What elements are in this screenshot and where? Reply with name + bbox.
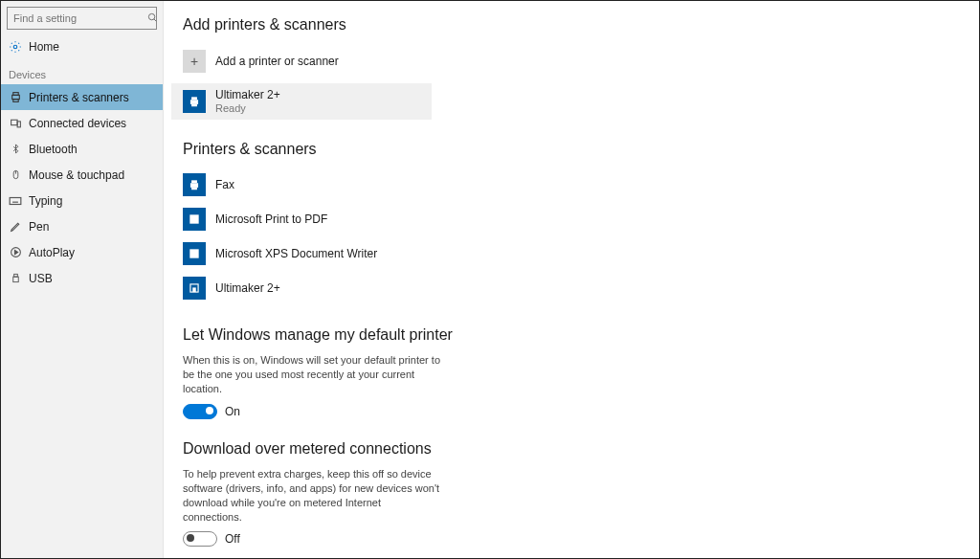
search-input[interactable] [11, 11, 147, 25]
printer-row[interactable]: Fax [183, 168, 960, 202]
svg-marker-17 [14, 250, 17, 254]
default-section-title: Let Windows manage my default printer [183, 326, 960, 344]
autoplay-icon [9, 246, 22, 259]
printer-row[interactable]: Microsoft Print to PDF [183, 202, 960, 236]
printer-name: Microsoft Print to PDF [215, 212, 327, 226]
mouse-icon [9, 168, 22, 182]
sidebar-item-label: Typing [29, 194, 62, 208]
sidebar-item-label: Pen [29, 220, 49, 234]
main-content[interactable]: Add printers & scanners + Add a printer … [164, 1, 979, 558]
sidebar-item-mouse[interactable]: Mouse & touchpad [1, 162, 163, 188]
svg-rect-19 [12, 277, 18, 282]
svg-rect-24 [191, 181, 197, 184]
metered-toggle-row: Off [183, 531, 960, 547]
svg-rect-20 [190, 100, 198, 104]
metered-toggle[interactable] [183, 531, 217, 547]
default-section-desc: When this is on, Windows will set your d… [183, 353, 441, 396]
printer-icon [183, 208, 206, 231]
svg-rect-10 [10, 197, 21, 204]
sidebar-item-label: AutoPlay [29, 246, 75, 259]
sidebar-home[interactable]: Home [1, 34, 163, 59]
svg-rect-25 [191, 188, 197, 190]
metered-section-desc: To help prevent extra charges, keep this… [183, 467, 441, 524]
printer-icon [183, 173, 206, 196]
sidebar-item-printers[interactable]: Printers & scanners [1, 84, 163, 110]
svg-rect-22 [191, 104, 197, 106]
svg-rect-21 [191, 98, 197, 101]
sidebar-item-label: Connected devices [29, 117, 126, 130]
found-device-text: Ultimaker 2+ Ready [215, 89, 280, 114]
sidebar-item-autoplay[interactable]: AutoPlay [1, 239, 163, 265]
metered-toggle-label: Off [225, 532, 240, 546]
svg-rect-3 [11, 95, 19, 99]
sidebar: Home Devices Printers & scanners Connect… [1, 1, 164, 558]
printer-icon [9, 91, 22, 104]
svg-rect-4 [12, 93, 17, 96]
printer-icon [183, 277, 206, 300]
sidebar-item-typing[interactable]: Typing [1, 188, 163, 213]
sidebar-item-bluetooth[interactable]: Bluetooth [1, 136, 163, 162]
sidebar-item-label: Mouse & touchpad [29, 168, 124, 182]
sidebar-item-pen[interactable]: Pen [1, 213, 163, 239]
printer-row[interactable]: Microsoft XPS Document Writer [183, 236, 960, 271]
svg-rect-7 [17, 122, 20, 127]
svg-line-1 [154, 18, 156, 20]
page-title: Add printers & scanners [183, 16, 960, 34]
metered-section-title: Download over metered connections [183, 440, 960, 458]
svg-rect-6 [11, 120, 17, 124]
devices-icon [9, 117, 22, 130]
svg-rect-5 [12, 100, 17, 102]
svg-rect-23 [190, 184, 198, 189]
found-device-row[interactable]: Ultimaker 2+ Ready [171, 83, 432, 120]
printer-icon [183, 90, 206, 113]
sidebar-item-label: Bluetooth [29, 143, 78, 156]
printers-list-title: Printers & scanners [183, 141, 960, 158]
sidebar-item-connected-devices[interactable]: Connected devices [1, 110, 163, 136]
usb-icon [9, 272, 22, 285]
add-printer-row[interactable]: + Add a printer or scanner [183, 47, 422, 76]
found-device-status: Ready [215, 102, 280, 115]
bluetooth-icon [9, 143, 22, 156]
default-toggle-row: On [183, 404, 960, 419]
default-toggle-label: On [225, 405, 240, 418]
printer-name: Fax [215, 178, 234, 191]
sidebar-section-label: Devices [1, 59, 163, 84]
add-printer-label: Add a printer or scanner [215, 55, 339, 68]
default-toggle[interactable] [183, 404, 217, 419]
svg-rect-29 [192, 288, 196, 293]
settings-window: Home Devices Printers & scanners Connect… [0, 0, 980, 559]
printer-name: Ultimaker 2+ [215, 281, 280, 295]
plus-icon: + [183, 50, 206, 73]
gear-icon [9, 40, 22, 54]
printer-icon [183, 242, 206, 265]
sidebar-item-usb[interactable]: USB [1, 265, 163, 291]
printer-row[interactable]: Ultimaker 2+ [183, 271, 960, 305]
keyboard-icon [9, 194, 22, 208]
svg-point-0 [148, 13, 154, 19]
search-box[interactable] [7, 7, 157, 30]
svg-point-2 [13, 45, 17, 49]
sidebar-item-label: USB [29, 272, 53, 285]
sidebar-home-label: Home [29, 40, 59, 54]
printer-name: Microsoft XPS Document Writer [215, 247, 377, 260]
sidebar-item-label: Printers & scanners [29, 91, 129, 104]
found-device-name: Ultimaker 2+ [215, 89, 280, 102]
search-icon [147, 12, 158, 25]
pen-icon [9, 220, 22, 234]
